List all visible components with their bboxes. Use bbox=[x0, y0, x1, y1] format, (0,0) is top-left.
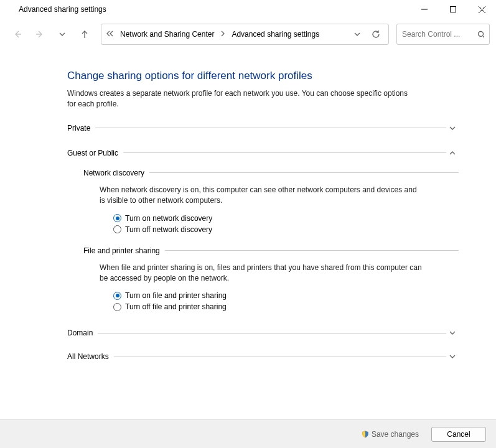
section-domain-label: Domain bbox=[67, 329, 98, 337]
arrow-right-icon bbox=[35, 29, 45, 39]
refresh-icon bbox=[372, 30, 380, 39]
chevron-up-icon bbox=[446, 150, 459, 156]
cancel-label: Cancel bbox=[447, 430, 470, 439]
save-changes-label: Save changes bbox=[372, 430, 419, 439]
maximize-button[interactable] bbox=[439, 0, 467, 19]
radio-fp-off[interactable]: Turn off file and printer sharing bbox=[113, 301, 459, 312]
content-pane: Change sharing options for different net… bbox=[0, 50, 496, 419]
radio-fp-on[interactable]: Turn on file and printer sharing bbox=[113, 290, 459, 301]
chevron-down-icon bbox=[446, 330, 459, 336]
chevron-down-icon bbox=[446, 353, 459, 360]
section-all-networks[interactable]: All Networks bbox=[67, 350, 459, 363]
shield-icon bbox=[362, 431, 369, 438]
radio-nd-on[interactable]: Turn on network discovery bbox=[113, 213, 459, 224]
minimize-button[interactable] bbox=[410, 0, 439, 19]
radio-fp-on-label: Turn on file and printer sharing bbox=[125, 291, 227, 300]
radio-nd-on-label: Turn on network discovery bbox=[125, 214, 212, 223]
file-printer-group: File and printer sharing When file and p… bbox=[83, 246, 459, 313]
close-button[interactable] bbox=[467, 0, 496, 19]
svg-rect-1 bbox=[451, 7, 456, 12]
maximize-icon bbox=[450, 6, 456, 12]
arrow-left-icon bbox=[12, 29, 22, 39]
search-box[interactable] bbox=[396, 24, 490, 45]
section-domain[interactable]: Domain bbox=[67, 326, 459, 340]
page-description: Windows creates a separate network profi… bbox=[67, 88, 416, 110]
file-printer-desc: When file and printer sharing is on, fil… bbox=[100, 263, 423, 284]
footer: Save changes Cancel bbox=[0, 419, 496, 448]
window-controls bbox=[410, 0, 496, 19]
nav-row: Network and Sharing Center Advanced shar… bbox=[0, 19, 496, 50]
titlebar: Advanced sharing settings bbox=[0, 0, 496, 19]
chevron-down-icon bbox=[446, 125, 459, 131]
chevron-down-icon bbox=[59, 31, 65, 37]
refresh-button[interactable] bbox=[368, 30, 383, 39]
search-icon bbox=[477, 30, 484, 39]
breadcrumb-current[interactable]: Advanced sharing settings bbox=[229, 29, 322, 40]
radio-nd-off[interactable]: Turn off network discovery bbox=[113, 224, 459, 235]
section-all-networks-label: All Networks bbox=[67, 352, 114, 361]
radio-icon bbox=[113, 303, 121, 311]
network-discovery-label: Network discovery bbox=[83, 169, 149, 177]
chevron-down-icon bbox=[354, 31, 360, 37]
section-private-label: Private bbox=[67, 124, 95, 133]
svg-line-8 bbox=[483, 36, 484, 38]
close-icon bbox=[479, 6, 485, 13]
up-button[interactable] bbox=[75, 24, 95, 44]
network-discovery-group: Network discovery When network discovery… bbox=[83, 169, 459, 235]
file-printer-header: File and printer sharing bbox=[83, 246, 459, 255]
save-changes-button[interactable]: Save changes bbox=[355, 427, 425, 442]
network-discovery-desc: When network discovery is on, this compu… bbox=[100, 185, 423, 207]
file-printer-label: File and printer sharing bbox=[83, 246, 165, 255]
chevron-right-icon bbox=[220, 30, 225, 39]
radio-icon bbox=[113, 225, 121, 233]
page-heading: Change sharing options for different net… bbox=[67, 70, 459, 82]
history-back-icon[interactable] bbox=[106, 30, 114, 39]
cancel-button[interactable]: Cancel bbox=[431, 427, 486, 442]
address-bar[interactable]: Network and Sharing Center Advanced shar… bbox=[101, 24, 389, 45]
address-dropdown[interactable] bbox=[350, 31, 365, 37]
section-guest-public[interactable]: Guest or Public bbox=[67, 146, 459, 160]
radio-fp-off-label: Turn off file and printer sharing bbox=[125, 302, 227, 311]
svg-point-7 bbox=[478, 31, 483, 36]
window-title: Advanced sharing settings bbox=[19, 5, 106, 14]
radio-icon bbox=[113, 214, 121, 222]
recent-dropdown[interactable] bbox=[52, 24, 72, 44]
arrow-up-icon bbox=[80, 29, 90, 39]
minimize-icon bbox=[421, 6, 428, 12]
radio-icon bbox=[113, 292, 121, 300]
search-input[interactable] bbox=[402, 30, 474, 39]
section-private[interactable]: Private bbox=[67, 121, 459, 135]
breadcrumb-parent[interactable]: Network and Sharing Center bbox=[118, 29, 217, 40]
forward-button[interactable] bbox=[30, 24, 50, 44]
section-guest-label: Guest or Public bbox=[67, 149, 123, 157]
radio-nd-off-label: Turn off network discovery bbox=[125, 225, 212, 234]
back-button[interactable] bbox=[7, 24, 27, 44]
network-discovery-header: Network discovery bbox=[83, 169, 459, 177]
